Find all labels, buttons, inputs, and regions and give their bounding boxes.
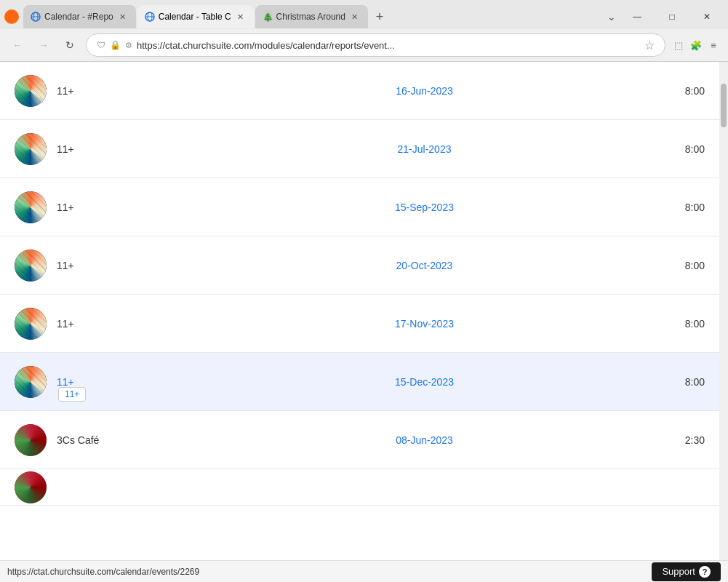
avatar [15,366,47,398]
event-name: 11+ [57,318,202,330]
avatar [15,191,47,223]
event-time: 8:00 [647,260,705,271]
table-row[interactable]: 11+ 15-Sep-2023 8:00 [0,178,719,236]
tab2-close-button[interactable]: ✕ [235,11,247,23]
event-name: 11+ [57,85,202,97]
table-row[interactable]: 11+ 16-Jun-2023 8:00 [0,62,719,120]
window-controls: — □ ✕ [620,5,724,28]
tab2-label: Calendar - Table C [159,12,231,22]
menu-icon[interactable]: ≡ [706,38,721,52]
avatar [15,250,47,282]
tab-christmas-around[interactable]: 🎄 Christmas Around ✕ [255,5,368,28]
table-row-highlighted[interactable]: 11+ 15-Dec-2023 8:00 11+ [0,353,719,411]
address-input[interactable]: 🛡 🔒 ⚙ https://ctat.churchsuite.com/modul… [86,33,665,57]
tab-calendar-reports[interactable]: Calendar - #Repo ✕ [23,5,136,28]
avatar-image [15,424,47,456]
event-name: 11+ [57,376,202,388]
avatar-image [15,75,47,107]
event-name: 3Cs Café [57,434,202,446]
tab-globe-icon-2 [145,12,155,22]
tab1-label: Calendar - #Repo [44,12,113,22]
address-bar: ← → ↻ 🛡 🔒 ⚙ https://ctat.churchsuite.com… [0,29,728,61]
tab-list-button[interactable]: ⌄ [603,8,620,25]
event-time: 2:30 [647,434,705,446]
status-bar: https://ctat.churchsuite.com/calendar/ev… [0,560,728,582]
event-date: 08-Jun-2023 [202,434,647,446]
scrollbar[interactable] [719,62,728,561]
address-text: https://ctat.churchsuite.com/modules/cal… [137,40,640,51]
back-button[interactable]: ← [7,35,28,55]
tab-globe-icon-1 [31,12,41,22]
maximize-button[interactable]: □ [655,5,689,28]
event-name: 11+ [57,143,202,155]
tab-favicon-3: 🎄 [263,12,273,22]
event-date: 17-Nov-2023 [202,318,647,330]
table-row[interactable]: 3Cs Café 08-Jun-2023 2:30 [0,411,719,469]
avatar-image [15,471,47,503]
event-time: 8:00 [647,85,705,97]
table-row[interactable]: 11+ 17-Nov-2023 8:00 [0,295,719,353]
tab-calendar-table[interactable]: Calendar - Table C ✕ [137,5,254,28]
refresh-button[interactable]: ↻ [60,35,80,55]
lock-icon: 🔒 [110,40,121,50]
event-name: 11+ [57,260,202,271]
avatar-image [15,133,47,165]
support-button[interactable]: Support ? [652,562,721,581]
event-date: 15-Dec-2023 [202,376,647,388]
support-icon: ? [699,566,711,578]
avatar [15,133,47,165]
star-icon[interactable]: ☆ [644,39,655,52]
event-date: 15-Sep-2023 [202,202,647,213]
support-label: Support [662,566,695,577]
extensions-icon[interactable]: 🧩 [689,38,703,52]
table-row[interactable]: 11+ 20-Oct-2023 8:00 [0,236,719,295]
avatar-image [15,191,47,223]
table-row[interactable]: 11+ 21-Jul-2023 8:00 [0,120,719,178]
event-date: 16-Jun-2023 [202,85,647,97]
close-button[interactable]: ✕ [690,5,724,28]
event-time: 8:00 [647,202,705,213]
event-time: 8:00 [647,143,705,155]
event-name-link[interactable]: 11+ [57,376,74,388]
minimize-button[interactable]: — [620,5,654,28]
event-date: 20-Oct-2023 [202,260,647,271]
settings-icon: ⚙ [125,41,132,50]
tab-bar: Calendar - #Repo ✕ Calendar - Table C ✕ … [0,0,728,29]
avatar-image [15,308,47,340]
tab3-close-button[interactable]: ✕ [349,11,361,23]
browser-extensions: ⬚ 🧩 ≡ [671,38,721,52]
scrollbar-thumb[interactable] [721,84,727,127]
shield-icon: 🛡 [97,40,105,50]
tab3-label: Christmas Around [276,12,345,22]
avatar [15,308,47,340]
partial-table-row[interactable] [0,469,719,506]
avatar-image [15,250,47,282]
browser-chrome: Calendar - #Repo ✕ Calendar - Table C ✕ … [0,0,728,62]
event-badge: 11+ [58,387,86,402]
status-url: https://ctat.churchsuite.com/calendar/ev… [7,567,199,577]
avatar-image [15,366,47,398]
table-container: 11+ 16-Jun-2023 8:00 11+ 21-Jul-2023 8:0… [0,62,719,506]
firefox-icon [4,9,19,24]
event-time: 8:00 [647,318,705,330]
event-name: 11+ [57,202,202,213]
new-tab-button[interactable]: + [369,7,390,27]
avatar [15,471,47,503]
pocket-icon[interactable]: ⬚ [671,38,686,52]
forward-button[interactable]: → [33,35,54,55]
avatar [15,424,47,456]
event-date: 21-Jul-2023 [202,143,647,155]
event-time: 8:00 [647,376,705,388]
page-content: 11+ 16-Jun-2023 8:00 11+ 21-Jul-2023 8:0… [0,62,728,561]
avatar [15,75,47,107]
tab1-close-button[interactable]: ✕ [117,11,129,23]
